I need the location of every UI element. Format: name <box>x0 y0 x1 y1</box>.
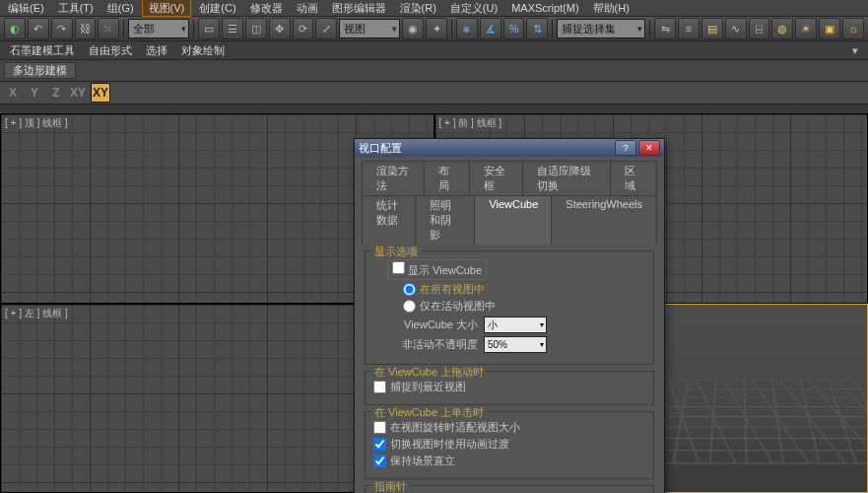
selectionset-dropdown[interactable]: 捕捉选择集 <box>557 19 645 38</box>
toolbar-separator <box>649 20 650 37</box>
select-region-button[interactable]: ◫ <box>245 18 267 39</box>
axis-y[interactable]: Y <box>26 84 43 102</box>
mirror-button[interactable]: ⇋ <box>654 18 676 39</box>
rotate-button[interactable]: ⟳ <box>293 18 314 39</box>
tab-lighting[interactable]: 照明和阴影 <box>415 195 476 245</box>
tab-safeframe[interactable]: 安全框 <box>469 161 524 195</box>
menubar: 编辑(E) 工具(T) 组(G) 视图(V) 创建(C) 修改器 动画 图形编辑… <box>0 0 868 17</box>
move-button[interactable]: ✥ <box>269 18 291 39</box>
ribbon-panel-polymodel[interactable]: 多边形建模 <box>4 62 76 79</box>
axis-xy-alt[interactable]: XY <box>69 84 87 102</box>
manip-button[interactable]: ✦ <box>426 18 447 39</box>
ribbon-tab-graphite[interactable]: 石墨建模工具 <box>10 43 75 58</box>
tab-region[interactable]: 区域 <box>610 161 657 195</box>
keep-upright-label: 保持场景直立 <box>390 454 455 468</box>
dialog-help-button[interactable]: ? <box>615 140 636 156</box>
menu-graph[interactable]: 图形编辑器 <box>326 0 392 16</box>
layers-button[interactable]: ▤ <box>701 18 723 39</box>
ribbon-expand-icon[interactable]: ▾ <box>852 44 858 57</box>
tab-render-method[interactable]: 渲染方法 <box>362 161 426 195</box>
link-button[interactable]: ⛓ <box>75 18 97 39</box>
align-button[interactable]: ≡ <box>678 18 700 39</box>
ribbon: 石墨建模工具 自由形式 选择 对象绘制 ▾ <box>0 41 868 60</box>
curve-editor-button[interactable]: ∿ <box>725 18 747 39</box>
viewcube-opacity-dropdown[interactable]: 50% <box>484 336 547 353</box>
animate-transition-checkbox[interactable] <box>373 438 386 451</box>
ribbon-tab-freeform[interactable]: 自由形式 <box>89 43 132 58</box>
radio-active-view[interactable] <box>403 300 416 313</box>
refcoord-dropdown[interactable]: 视图 <box>339 19 400 38</box>
show-viewcube-checkbox[interactable] <box>392 261 405 274</box>
snap-button[interactable]: ⎈ <box>456 18 478 39</box>
viewport-label-top[interactable]: [ + ] 顶 ] 线框 ] <box>5 116 68 130</box>
viewcube-opacity-label: 非活动不透明度 <box>383 337 478 352</box>
show-viewcube-label: 显示 ViewCube <box>408 264 482 276</box>
viewcube-size-dropdown[interactable]: 小 <box>484 317 547 333</box>
select-name-button[interactable]: ☰ <box>222 18 243 39</box>
scale-button[interactable]: ⤢ <box>315 18 337 39</box>
menu-create[interactable]: 创建(C) <box>193 0 241 16</box>
snap-nearest-checkbox[interactable] <box>373 381 386 393</box>
toolbar-separator <box>123 20 124 37</box>
dialog-body: 显示选项 显示 ViewCube 在所有视图中 仅在活动视图中 ViewCube… <box>355 245 664 493</box>
axis-xy[interactable]: XY <box>91 83 110 103</box>
material-button[interactable]: ◍ <box>771 18 793 39</box>
menu-anim[interactable]: 动画 <box>291 0 324 16</box>
unlink-button[interactable]: ⛌ <box>98 18 119 39</box>
menu-view[interactable]: 视图(V) <box>142 0 192 17</box>
undo-button[interactable]: ↶ <box>28 18 49 39</box>
group-compass: 指南针 在 ViewCube 下显示指南针 北方角度（度）： 0.0 ▲▼ <box>365 485 654 493</box>
ribbon-panels: 多边形建模 <box>0 60 868 82</box>
render-frame-button[interactable]: ▣ <box>819 18 840 39</box>
spinner-snap-button[interactable]: ⇅ <box>526 18 548 39</box>
ribbon-tab-paint[interactable]: 对象绘制 <box>181 43 225 58</box>
group-display-options: 显示选项 显示 ViewCube 在所有视图中 仅在活动视图中 ViewCube… <box>365 250 654 365</box>
axis-x[interactable]: X <box>4 84 22 102</box>
render-button[interactable]: ☼ <box>842 18 864 39</box>
schematic-button[interactable]: ⌸ <box>749 18 770 39</box>
group-drag: 在 ViewCube 上拖动时 捕捉到最近视图 <box>365 371 654 405</box>
app-menu-button[interactable]: ◐ <box>4 18 26 39</box>
snap-nearest-label: 捕捉到最近视图 <box>390 380 466 394</box>
dialog-titlebar[interactable]: 视口配置 ? ✕ <box>355 139 664 157</box>
redo-button[interactable]: ↷ <box>51 18 73 39</box>
fit-on-rotate-checkbox[interactable] <box>373 421 386 434</box>
group-click-title: 在 ViewCube 上单击时 <box>371 405 487 420</box>
viewport-label-left[interactable]: [ + ] 左 ] 线框 ] <box>5 307 68 320</box>
menu-custom[interactable]: 自定义(U) <box>444 0 503 16</box>
render-setup-button[interactable]: ☀ <box>795 18 817 39</box>
toolbar-separator <box>451 20 452 37</box>
tab-stats[interactable]: 统计数据 <box>362 195 417 245</box>
menu-modifiers[interactable]: 修改器 <box>244 0 289 16</box>
menu-group[interactable]: 组(G) <box>101 0 140 16</box>
menu-tools[interactable]: 工具(T) <box>52 0 100 16</box>
toolbar-separator <box>552 20 553 37</box>
dialog-tabs: 渲染方法 布局 安全框 自适应降级切换 区域 统计数据 照明和阴影 ViewCu… <box>355 157 664 245</box>
pivot-button[interactable]: ◉ <box>402 18 424 39</box>
axis-z[interactable]: Z <box>47 84 65 102</box>
main-toolbar: ◐ ↶ ↷ ⛓ ⛌ 全部 ▭ ☰ ◫ ✥ ⟳ ⤢ 视图 ◉ ✦ ⎈ ∡ % ⇅ … <box>0 17 868 41</box>
menu-script[interactable]: MAXScript(M) <box>505 0 584 16</box>
select-button[interactable]: ▭ <box>198 18 220 39</box>
angle-snap-button[interactable]: ∡ <box>480 18 501 39</box>
toolbar-separator <box>193 20 194 37</box>
tab-steering[interactable]: SteeringWheels <box>551 195 657 245</box>
fit-on-rotate-label: 在视图旋转时适配视图大小 <box>390 420 520 435</box>
radio-all-views-label: 在所有视图中 <box>420 282 485 297</box>
percent-snap-button[interactable]: % <box>503 18 525 39</box>
dialog-close-button[interactable]: ✕ <box>638 140 660 156</box>
viewport-label-front[interactable]: [ + ] 前 ] 线框 ] <box>439 116 502 130</box>
filter-dropdown[interactable]: 全部 <box>128 19 189 38</box>
keep-upright-checkbox[interactable] <box>373 455 386 467</box>
radio-active-view-label: 仅在活动视图中 <box>420 299 496 314</box>
menu-help[interactable]: 帮助(H) <box>587 0 635 16</box>
tab-viewcube[interactable]: ViewCube <box>474 195 553 245</box>
tab-layout[interactable]: 布局 <box>424 161 471 195</box>
group-display-title: 显示选项 <box>371 245 421 259</box>
tab-adaptive[interactable]: 自适应降级切换 <box>522 161 612 195</box>
radio-all-views[interactable] <box>403 283 416 296</box>
ribbon-tab-select[interactable]: 选择 <box>146 43 167 58</box>
group-click: 在 ViewCube 上单击时 在视图旋转时适配视图大小 切换视图时使用动画过渡… <box>365 411 654 479</box>
menu-edit[interactable]: 编辑(E) <box>2 0 50 16</box>
menu-render[interactable]: 渲染(R) <box>394 0 442 16</box>
